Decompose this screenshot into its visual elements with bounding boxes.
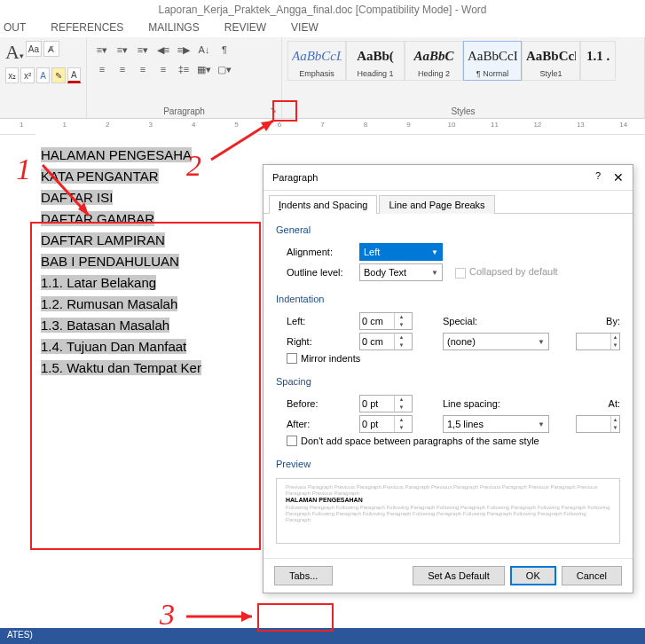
doc-line[interactable]: 1.4. Tujuan Dan Manfaat <box>41 339 186 354</box>
at-spinner[interactable]: ▲▼ <box>576 415 620 433</box>
font-group: A▾ Aa A̸ x₂ x² A ✎ A <box>0 37 87 118</box>
outline-combo[interactable]: Body Text▼ <box>359 263 443 281</box>
style-normal[interactable]: AaBbCcI¶ Normal <box>463 41 522 81</box>
font-color-btn[interactable]: A <box>67 67 81 83</box>
right-indent-spinner[interactable]: ▲▼ <box>359 333 413 350</box>
doc-line[interactable]: HALAMAN PENGESAHA <box>41 147 192 162</box>
style-extra[interactable]: 1.1 . <box>580 41 616 81</box>
left-indent-label: Left: <box>287 316 359 326</box>
close-icon[interactable]: ✕ <box>613 170 624 185</box>
font-group-label <box>5 105 81 116</box>
set-default-button[interactable]: Set As Default <box>413 566 505 585</box>
bullets-btn[interactable]: ≡▾ <box>92 41 112 59</box>
line-spacing-btn[interactable]: ‡≡ <box>174 60 193 78</box>
align-right-btn[interactable]: ≡ <box>133 60 153 78</box>
align-justify-btn[interactable]: ≡ <box>153 60 173 78</box>
section-spacing: Spacing <box>276 373 620 392</box>
after-label: After: <box>287 419 359 429</box>
arrow-3 <box>181 603 261 630</box>
alignment-label: Alignment: <box>287 247 359 257</box>
paragraph-dialog: Paragraph ? ✕ IIndents and Spacing Line … <box>263 164 633 593</box>
special-combo[interactable]: (none)▼ <box>443 333 549 350</box>
section-indentation: Indentation <box>276 290 620 310</box>
document-body[interactable]: HALAMAN PENGESAHA KATA PENGANTAR DAFTAR … <box>35 133 257 390</box>
annotation-1: 1 <box>16 153 31 186</box>
shading-btn[interactable]: ▦▾ <box>194 60 214 78</box>
show-marks-btn[interactable]: ¶ <box>215 41 234 59</box>
by-spinner[interactable]: ▲▼ <box>576 333 620 350</box>
clear-format-btn[interactable]: A̸ <box>43 41 59 57</box>
tab-view[interactable]: VIEW <box>291 20 319 35</box>
style-emphasis[interactable]: AaBbCcLEmphasis <box>287 41 346 81</box>
by-label: By: <box>606 316 620 326</box>
highlight-btn[interactable]: ✎ <box>51 67 65 83</box>
doc-line[interactable]: DAFTAR GAMBAR <box>41 211 154 226</box>
tab-review[interactable]: REVIEW <box>224 20 266 35</box>
ribbon: A▾ Aa A̸ x₂ x² A ✎ A ≡▾ ≡▾ ≡▾ ◀≡ ≡▶ A↓ <box>0 37 645 119</box>
doc-line[interactable]: 1.2. Rumusan Masalah <box>41 296 177 311</box>
doc-line[interactable]: BAB I PENDAHULUAN <box>41 254 179 269</box>
styles-group-label: Styles <box>287 105 639 116</box>
tab-layout[interactable]: OUT <box>4 20 26 35</box>
cancel-button[interactable]: Cancel <box>562 566 622 585</box>
font-size-btn[interactable]: A▾ <box>5 41 24 64</box>
numbering-btn[interactable]: ≡▾ <box>113 41 132 59</box>
indent-dec-btn[interactable]: ◀≡ <box>153 41 173 59</box>
mirror-checkbox[interactable] <box>287 353 297 364</box>
multilevel-btn[interactable]: ≡▾ <box>133 41 153 59</box>
line-spacing-combo[interactable]: 1,5 lines▼ <box>443 415 549 433</box>
alignment-combo[interactable]: Left▼ <box>359 243 443 261</box>
doc-line[interactable]: DAFTAR ISI <box>41 190 113 205</box>
status-bar: ATES) <box>0 628 645 644</box>
paragraph-dialog-launcher[interactable]: ↘ <box>267 104 279 116</box>
noadd-checkbox[interactable] <box>287 436 297 446</box>
sort-btn[interactable]: A↓ <box>194 41 214 59</box>
indent-inc-btn[interactable]: ≡▶ <box>174 41 193 59</box>
subscript-btn[interactable]: x₂ <box>5 67 19 83</box>
doc-line[interactable]: 1.1. Latar Belakang <box>41 275 156 290</box>
ok-button[interactable]: OK <box>510 566 556 585</box>
dialog-title: Paragraph <box>272 172 318 183</box>
align-left-btn[interactable]: ≡ <box>92 60 112 78</box>
annotation-3: 3 <box>160 598 175 632</box>
borders-btn[interactable]: ▢▾ <box>215 60 234 78</box>
right-indent-label: Right: <box>287 336 359 347</box>
collapsed-checkbox <box>455 268 466 279</box>
outline-label: Outline level: <box>287 267 359 278</box>
tab-indents-spacing[interactable]: IIndents and Spacing <box>269 195 377 214</box>
before-spinner[interactable]: ▲▼ <box>359 395 413 412</box>
tab-references[interactable]: REFERENCES <box>51 20 123 35</box>
align-center-btn[interactable]: ≡ <box>113 60 132 78</box>
title-bar: Laporan_Kerja_Praktek_Angga_final.doc [C… <box>0 0 645 20</box>
style-heading2[interactable]: AaBbCHeding 2 <box>405 41 463 81</box>
at-label: At: <box>609 398 620 409</box>
special-label: Special: <box>443 316 477 326</box>
after-spinner[interactable]: ▲▼ <box>359 415 413 433</box>
doc-line[interactable]: KATA PENGANTAR <box>41 169 159 184</box>
text-effects-btn[interactable]: A <box>36 67 50 83</box>
tab-mailings[interactable]: MAILINGS <box>148 20 199 35</box>
svg-marker-5 <box>241 611 252 622</box>
section-preview: Preview <box>276 455 620 475</box>
tabs-button[interactable]: Tabs... <box>274 566 333 585</box>
section-general: General <box>276 221 620 240</box>
doc-line[interactable]: DAFTAR LAMPIRAN <box>41 232 165 247</box>
before-label: Before: <box>287 398 359 409</box>
ribbon-tabs: OUT REFERENCES MAILINGS REVIEW VIEW <box>0 20 645 37</box>
paragraph-group-label: Paragraph <box>92 105 276 116</box>
superscript-btn[interactable]: x² <box>20 67 34 83</box>
paragraph-group: ≡▾ ≡▾ ≡▾ ◀≡ ≡▶ A↓ ¶ ≡ ≡ ≡ ≡ ‡≡ ▦▾ ▢▾ Par… <box>87 37 282 118</box>
doc-line[interactable]: 1.5. Waktu dan Tempat Ker <box>41 360 201 375</box>
left-indent-spinner[interactable]: ▲▼ <box>359 312 413 330</box>
help-icon[interactable]: ? <box>595 170 601 185</box>
grow-font-btn[interactable]: Aa <box>26 41 42 57</box>
doc-line[interactable]: 1.3. Batasan Masalah <box>41 318 169 333</box>
styles-group: AaBbCcLEmphasis AaBb(Heading 1 AaBbCHedi… <box>282 37 645 118</box>
linesp-label: Line spacing: <box>443 398 500 409</box>
style-heading1[interactable]: AaBb(Heading 1 <box>346 41 405 81</box>
tab-line-page-breaks[interactable]: Line and Page Breaks <box>379 195 494 214</box>
preview-box: Previous Paragraph Previous Paragraph Pr… <box>276 478 620 544</box>
style-style1[interactable]: AaBbCclStyle1 <box>522 41 580 81</box>
